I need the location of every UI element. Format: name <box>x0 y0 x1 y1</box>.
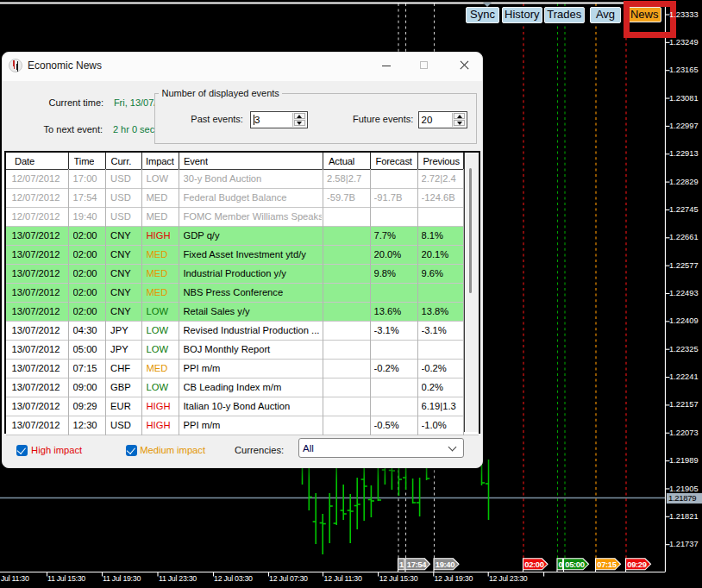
svg-text:19:40: 19:40 <box>436 560 454 569</box>
svg-text:17:54: 17:54 <box>407 560 427 569</box>
svg-text:0: 0 <box>559 560 563 569</box>
svg-text:05:00: 05:00 <box>565 560 584 569</box>
svg-text:07:15: 07:15 <box>597 560 616 569</box>
svg-text:09:29: 09:29 <box>627 560 646 569</box>
svg-text:1: 1 <box>399 560 404 569</box>
svg-text:02:00: 02:00 <box>524 560 543 569</box>
